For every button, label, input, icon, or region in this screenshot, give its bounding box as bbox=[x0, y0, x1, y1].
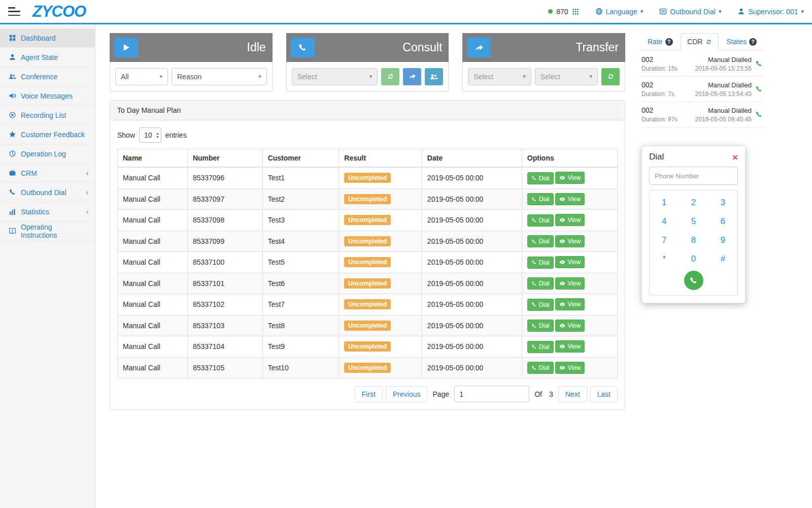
last-page-button[interactable]: Last bbox=[590, 386, 618, 402]
keypad-key[interactable]: 7 bbox=[650, 231, 679, 249]
phone-icon[interactable] bbox=[755, 60, 763, 68]
previous-page-button[interactable]: Previous bbox=[386, 386, 427, 402]
keypad-key[interactable]: 1 bbox=[650, 193, 679, 212]
history-icon bbox=[9, 150, 16, 157]
row-dial-button[interactable]: Dial bbox=[527, 299, 554, 311]
row-view-button[interactable]: View bbox=[555, 256, 585, 268]
row-dial-button[interactable]: Dial bbox=[527, 235, 554, 247]
tab-states[interactable]: States ? bbox=[720, 34, 763, 50]
consult-transfer-button[interactable] bbox=[403, 68, 421, 85]
keypad-key[interactable]: 0 bbox=[679, 249, 708, 268]
sidebar-item-voice-messages[interactable]: Voice Messages bbox=[0, 86, 95, 106]
outbound-dial-menu[interactable]: Outbound Dial ▾ bbox=[659, 8, 721, 16]
consult-agent-select[interactable]: Select ▾ bbox=[292, 68, 378, 85]
idle-reason-select[interactable]: Reason ▾ bbox=[172, 68, 267, 85]
select-value: Reason bbox=[177, 73, 201, 81]
col-header-result: Result bbox=[339, 149, 422, 168]
stepper-arrows-icon[interactable]: ▴▾ bbox=[155, 128, 161, 142]
keypad-key[interactable]: 2 bbox=[679, 193, 708, 212]
cell-options: Dial View bbox=[522, 357, 617, 378]
transfer-refresh-button[interactable] bbox=[601, 68, 620, 85]
help-icon[interactable]: ? bbox=[665, 38, 673, 46]
topbar: ZYCOO 870 Language ▾ Outbound Dial ▾ Sup… bbox=[0, 0, 812, 24]
row-dial-button[interactable]: Dial bbox=[527, 362, 554, 374]
sidebar-item-statistics[interactable]: Statistics ‹ bbox=[0, 202, 95, 221]
tab-rate[interactable]: Rate ? bbox=[641, 34, 679, 50]
eye-icon bbox=[559, 323, 565, 329]
consult-conference-button[interactable] bbox=[425, 68, 443, 85]
row-dial-button[interactable]: Dial bbox=[527, 172, 554, 184]
user-menu[interactable]: Supervisor: 001 ▾ bbox=[737, 8, 804, 16]
col-header-number: Number bbox=[187, 149, 262, 168]
next-page-button[interactable]: Next bbox=[558, 386, 587, 402]
row-view-button[interactable]: View bbox=[555, 214, 585, 226]
keypad-key[interactable]: # bbox=[708, 249, 737, 268]
row-dial-button[interactable]: Dial bbox=[527, 277, 554, 290]
sidebar-item-operating-instructions[interactable]: Operating Instructions bbox=[0, 221, 95, 241]
row-dial-button[interactable]: Dial bbox=[527, 320, 554, 332]
status-badge: Uncompleted bbox=[344, 194, 391, 204]
tab-cdr[interactable]: CDR bbox=[681, 33, 718, 50]
sidebar-item-crm[interactable]: CRM ‹ bbox=[0, 164, 95, 183]
row-view-button[interactable]: View bbox=[555, 298, 585, 310]
transfer-target-select[interactable]: Select ▾ bbox=[535, 68, 598, 85]
users-icon bbox=[430, 73, 438, 81]
row-dial-button[interactable]: Dial bbox=[527, 341, 554, 353]
refresh-icon[interactable] bbox=[705, 39, 712, 45]
idle-status-select[interactable]: All ▾ bbox=[115, 68, 168, 85]
sidebar-item-dashboard[interactable]: Dashboard bbox=[0, 28, 95, 48]
cell-name: Manual Call bbox=[118, 273, 188, 294]
cell-options: Dial View bbox=[522, 294, 617, 315]
phone-icon[interactable] bbox=[755, 111, 763, 118]
keypad-key[interactable]: 8 bbox=[679, 231, 708, 249]
language-menu[interactable]: Language ▾ bbox=[595, 8, 644, 16]
first-page-button[interactable]: First bbox=[355, 386, 383, 402]
sidebar-item-outbound-dial[interactable]: Outbound Dial ‹ bbox=[0, 183, 95, 202]
keypad-key[interactable]: 3 bbox=[708, 193, 737, 212]
cdr-entry[interactable]: 002 Manual Dialled Duration: 7s 2019-05-… bbox=[640, 77, 764, 102]
row-view-button[interactable]: View bbox=[555, 172, 585, 184]
cdr-entry[interactable]: 002 Manual Dialled Duration: 97s 2019-05… bbox=[640, 102, 764, 128]
entries-label: entries bbox=[165, 131, 187, 139]
row-dial-button[interactable]: Dial bbox=[527, 257, 554, 269]
cell-customer: Test8 bbox=[262, 315, 339, 336]
apps-grid-icon[interactable] bbox=[572, 8, 579, 15]
consult-action-button[interactable] bbox=[291, 38, 315, 57]
keypad-key[interactable]: 4 bbox=[650, 212, 679, 231]
row-view-button[interactable]: View bbox=[555, 193, 585, 205]
consult-refresh-button[interactable] bbox=[381, 68, 399, 85]
row-view-button[interactable]: View bbox=[555, 235, 585, 247]
row-view-button[interactable]: View bbox=[555, 340, 585, 353]
row-dial-button[interactable]: Dial bbox=[527, 193, 554, 205]
transfer-source-select[interactable]: Select ▾ bbox=[468, 68, 531, 85]
keypad-key[interactable]: 5 bbox=[679, 212, 708, 231]
sidebar-item-label: Statistics bbox=[21, 208, 49, 216]
sidebar-item-recording-list[interactable]: Recording List bbox=[0, 106, 95, 125]
sidebar-item-agent-state[interactable]: Agent State bbox=[0, 48, 95, 67]
row-view-button[interactable]: View bbox=[555, 320, 585, 332]
close-icon[interactable]: × bbox=[732, 152, 738, 162]
cell-result: Uncompleted bbox=[339, 315, 422, 336]
help-icon[interactable]: ? bbox=[749, 38, 757, 46]
keypad-key[interactable]: * bbox=[650, 249, 679, 268]
page-size-stepper[interactable]: 10 ▴▾ bbox=[139, 128, 161, 143]
transfer-action-button[interactable] bbox=[467, 38, 491, 57]
cell-options: Dial View bbox=[522, 167, 617, 188]
sidebar-item-conference[interactable]: Conference bbox=[0, 67, 95, 86]
keypad-key[interactable]: 9 bbox=[708, 231, 737, 249]
row-dial-button[interactable]: Dial bbox=[527, 214, 554, 227]
phone-icon[interactable] bbox=[755, 85, 763, 93]
page-input[interactable] bbox=[454, 386, 529, 402]
idle-action-button[interactable] bbox=[114, 38, 138, 57]
row-view-button[interactable]: View bbox=[555, 277, 585, 290]
sidebar-item-customer-feedback[interactable]: Customer Feedback bbox=[0, 125, 95, 144]
call-button[interactable] bbox=[684, 271, 703, 290]
keypad-key[interactable]: 6 bbox=[708, 212, 737, 231]
eye-icon bbox=[559, 280, 565, 287]
sidebar-item-operation-log[interactable]: Operation Log bbox=[0, 144, 95, 164]
phone-number-input[interactable] bbox=[649, 167, 738, 185]
cdr-entry[interactable]: 002 Manual Dialled Duration: 15s 2019-05… bbox=[640, 51, 764, 77]
row-view-button[interactable]: View bbox=[555, 362, 585, 374]
sidebar-toggle-icon[interactable] bbox=[8, 7, 20, 16]
status-badge: Uncompleted bbox=[344, 299, 391, 309]
